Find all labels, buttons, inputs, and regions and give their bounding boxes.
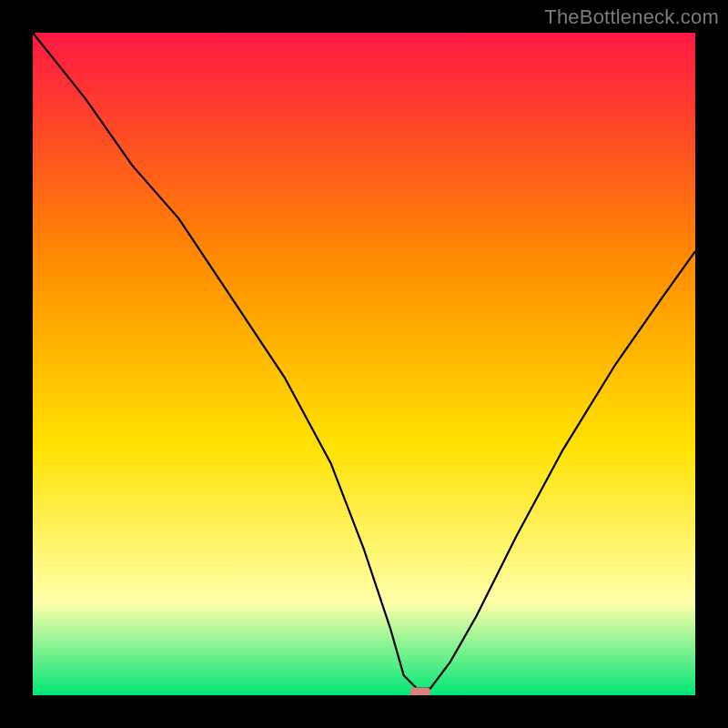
plot-area bbox=[33, 33, 695, 695]
plot-svg bbox=[33, 33, 695, 695]
frame-border-left bbox=[0, 0, 33, 728]
chart-frame: TheBottleneck.com bbox=[0, 0, 728, 728]
optimal-point-marker bbox=[410, 687, 430, 695]
frame-border-right bbox=[695, 0, 728, 728]
watermark-text: TheBottleneck.com bbox=[544, 5, 719, 29]
frame-border-bottom bbox=[0, 695, 728, 728]
gradient-background bbox=[33, 33, 695, 695]
